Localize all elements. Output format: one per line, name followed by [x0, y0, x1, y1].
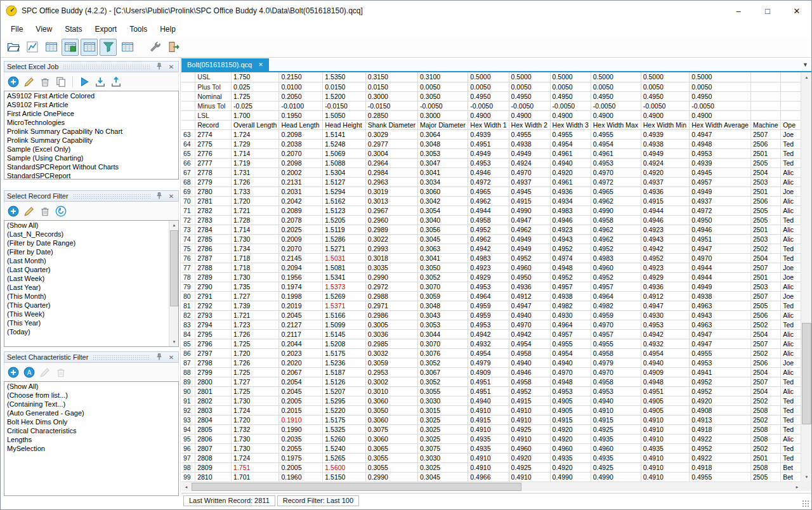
- characteristic-filter-item[interactable]: (Choose from list...): [4, 391, 178, 400]
- operator-cell[interactable]: Alic: [781, 434, 802, 443]
- value-cell[interactable]: 0.4952: [550, 272, 591, 282]
- value-cell[interactable]: 0.4947: [509, 215, 550, 225]
- value-cell[interactable]: 0.2117: [279, 329, 323, 339]
- value-cell[interactable]: 0.2990: [365, 272, 417, 282]
- operator-cell[interactable]: Ted: [781, 405, 802, 415]
- row-number-cell[interactable]: 70: [181, 196, 195, 206]
- value-cell[interactable]: 0.4910: [641, 424, 689, 434]
- reset-record-filter-button[interactable]: [55, 206, 67, 217]
- value-cell[interactable]: 1.726: [232, 177, 279, 186]
- value-cell[interactable]: 0.4942: [468, 244, 509, 253]
- record-cell[interactable]: 2802: [195, 396, 232, 405]
- value-cell[interactable]: 0.4966: [468, 472, 509, 481]
- operator-cell[interactable]: Alic: [781, 177, 802, 186]
- value-cell[interactable]: 0.4935: [468, 434, 509, 443]
- value-cell[interactable]: 0.3067: [418, 367, 468, 377]
- value-cell[interactable]: 0.4950: [509, 272, 550, 282]
- characteristic-filter-panel-header[interactable]: Select Characteristic Filter ✕: [4, 351, 179, 363]
- value-cell[interactable]: 1.5175: [323, 348, 365, 358]
- row-number-cell[interactable]: 73: [181, 225, 195, 234]
- value-cell[interactable]: 0.2986: [365, 310, 417, 320]
- value-cell[interactable]: 0.3041: [418, 253, 468, 263]
- operator-cell[interactable]: Ted: [781, 424, 802, 434]
- value-cell[interactable]: 0.3044: [418, 329, 468, 339]
- machine-cell[interactable]: 2502: [750, 396, 780, 405]
- record-cell[interactable]: 2783: [195, 215, 232, 225]
- value-cell[interactable]: 0.3052: [418, 377, 468, 386]
- value-cell[interactable]: 0.4935: [591, 453, 641, 462]
- record-filter-item[interactable]: (Filter by Date): [4, 247, 178, 256]
- value-cell[interactable]: 1.5341: [323, 272, 365, 282]
- value-cell[interactable]: 0.3025: [418, 424, 468, 434]
- value-cell[interactable]: 0.4962: [509, 225, 550, 234]
- record-filter-panel-toggle[interactable]: [81, 39, 98, 56]
- value-cell[interactable]: 0.4934: [550, 196, 591, 206]
- value-cell[interactable]: 0.3050: [365, 405, 417, 415]
- value-cell[interactable]: 0.4910: [468, 405, 509, 415]
- value-cell[interactable]: 0.4983: [591, 253, 641, 263]
- record-filter-item[interactable]: (Show All): [4, 221, 178, 230]
- value-cell[interactable]: 0.3075: [365, 424, 417, 434]
- value-cell[interactable]: 1.730: [232, 272, 279, 282]
- record-cell[interactable]: 2787: [195, 253, 232, 263]
- machine-cell[interactable]: 2508: [750, 434, 780, 443]
- row-number-cell[interactable]: [181, 110, 195, 120]
- value-cell[interactable]: 0.4955: [591, 339, 641, 348]
- value-cell[interactable]: 1.724: [232, 129, 279, 139]
- value-cell[interactable]: 0.2015: [279, 405, 323, 415]
- value-cell[interactable]: 0.4940: [550, 158, 591, 167]
- value-cell[interactable]: 0.4961: [550, 148, 591, 158]
- value-cell[interactable]: 0.4983: [550, 206, 591, 215]
- value-cell[interactable]: 1.719: [232, 158, 279, 167]
- value-cell[interactable]: 1.5373: [323, 282, 365, 291]
- spec-value-cell[interactable]: -0.0050: [468, 101, 509, 110]
- value-cell[interactable]: 0.2067: [279, 367, 323, 377]
- value-cell[interactable]: 0.3060: [365, 396, 417, 405]
- characteristic-filter-item[interactable]: Lengths: [4, 435, 178, 444]
- spec-value-cell[interactable]: 0.3100: [418, 72, 468, 82]
- row-number-cell[interactable]: 86: [181, 348, 195, 358]
- row-number-cell[interactable]: 90: [181, 386, 195, 396]
- spec-label-cell[interactable]: Nominal: [195, 91, 232, 101]
- operator-cell[interactable]: [781, 101, 802, 110]
- value-cell[interactable]: 0.4959: [468, 310, 509, 320]
- operator-cell[interactable]: Ted: [781, 158, 802, 167]
- spec-value-cell[interactable]: 0.0050: [509, 82, 550, 91]
- value-cell[interactable]: 0.4937: [509, 177, 550, 186]
- row-number-cell[interactable]: 89: [181, 377, 195, 386]
- value-cell[interactable]: 0.4961: [591, 148, 641, 158]
- value-cell[interactable]: 0.2985: [365, 339, 417, 348]
- value-cell[interactable]: 0.4962: [591, 234, 641, 244]
- value-cell[interactable]: 0.4940: [641, 358, 689, 367]
- record-cell[interactable]: 2791: [195, 291, 232, 301]
- value-cell[interactable]: 1.720: [232, 196, 279, 206]
- machine-cell[interactable]: 2504: [750, 386, 780, 396]
- spec-value-cell[interactable]: 0.0150: [323, 82, 365, 91]
- operator-cell[interactable]: Alic: [781, 167, 802, 177]
- record-filter-item[interactable]: (Today): [4, 327, 178, 336]
- spec-value-cell[interactable]: 0.0150: [365, 82, 417, 91]
- value-cell[interactable]: 1.721: [232, 310, 279, 320]
- row-number-cell[interactable]: 93: [181, 415, 195, 424]
- value-cell[interactable]: 0.4990: [550, 472, 591, 481]
- value-cell[interactable]: 1.5269: [323, 291, 365, 301]
- value-cell[interactable]: 1.723: [232, 320, 279, 329]
- value-cell[interactable]: 0.4924: [641, 158, 689, 167]
- column-header[interactable]: Hex Width 1: [468, 120, 509, 129]
- row-number-cell[interactable]: [181, 72, 195, 82]
- value-cell[interactable]: 1.728: [232, 215, 279, 225]
- close-panel-icon[interactable]: ✕: [167, 353, 176, 362]
- value-cell[interactable]: 0.3045: [418, 234, 468, 244]
- operator-cell[interactable]: Joe: [781, 263, 802, 272]
- spec-value-cell[interactable]: 0.5000: [641, 72, 689, 82]
- spec-value-cell[interactable]: 1.5200: [323, 91, 365, 101]
- machine-cell[interactable]: 2501: [750, 186, 780, 196]
- value-cell[interactable]: 0.4942: [468, 329, 509, 339]
- value-cell[interactable]: 0.4947: [509, 301, 550, 310]
- value-cell[interactable]: 0.4954: [641, 348, 689, 358]
- row-number-cell[interactable]: 82: [181, 310, 195, 320]
- value-cell[interactable]: 0.4929: [641, 272, 689, 282]
- machine-cell[interactable]: 2504: [750, 253, 780, 263]
- value-cell[interactable]: 0.4905: [550, 396, 591, 405]
- value-cell[interactable]: 1.734: [232, 244, 279, 253]
